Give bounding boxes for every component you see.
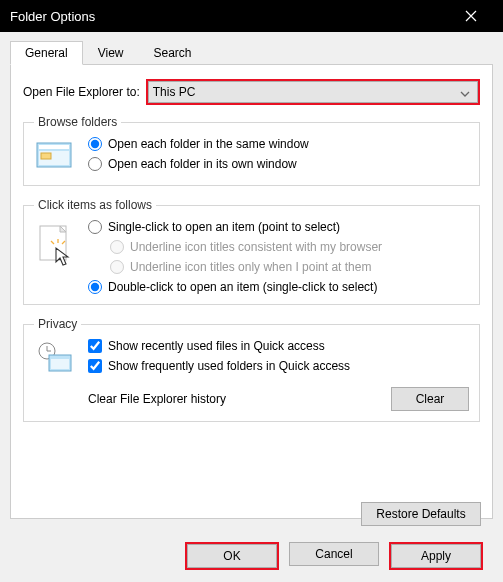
underline-point-option: Underline icon titles only when I point …	[110, 260, 469, 274]
open-to-label: Open File Explorer to:	[23, 85, 140, 99]
underline-point-label: Underline icon titles only when I point …	[130, 260, 371, 274]
double-click-radio[interactable]	[88, 280, 102, 294]
recent-files-option[interactable]: Show recently used files in Quick access	[88, 339, 469, 353]
browse-folders-group: Browse folders Open each folder in the s…	[23, 115, 480, 186]
tab-general[interactable]: General	[10, 41, 83, 65]
double-click-option[interactable]: Double-click to open an item (single-cli…	[88, 280, 469, 294]
click-items-icon	[34, 220, 78, 258]
single-click-option[interactable]: Single-click to open an item (point to s…	[88, 220, 469, 234]
underline-browser-option: Underline icon titles consistent with my…	[110, 240, 469, 254]
tab-panel-general: Open File Explorer to: This PC Browse fo…	[10, 65, 493, 519]
clear-history-label: Clear File Explorer history	[88, 392, 391, 406]
open-own-window-radio[interactable]	[88, 157, 102, 171]
browse-folders-legend: Browse folders	[34, 115, 121, 129]
single-click-radio[interactable]	[88, 220, 102, 234]
ok-highlight: OK	[185, 542, 279, 570]
open-same-window-radio[interactable]	[88, 137, 102, 151]
cancel-button[interactable]: Cancel	[289, 542, 379, 566]
privacy-icon	[34, 339, 78, 377]
window-title: Folder Options	[10, 9, 449, 24]
privacy-group: Privacy Show recently used files in Quic…	[23, 317, 480, 422]
svg-rect-1	[39, 145, 69, 149]
close-button[interactable]	[449, 0, 493, 32]
frequent-folders-checkbox[interactable]	[88, 359, 102, 373]
apply-highlight: Apply	[389, 542, 483, 570]
open-to-select[interactable]: This PC	[148, 81, 478, 103]
ok-button[interactable]: OK	[187, 544, 277, 568]
frequent-folders-label: Show frequently used folders in Quick ac…	[108, 359, 350, 373]
open-own-window-option[interactable]: Open each folder in its own window	[88, 157, 469, 171]
privacy-legend: Privacy	[34, 317, 81, 331]
frequent-folders-option[interactable]: Show frequently used folders in Quick ac…	[88, 359, 469, 373]
click-items-legend: Click items as follows	[34, 198, 156, 212]
apply-button[interactable]: Apply	[391, 544, 481, 568]
open-same-window-label: Open each folder in the same window	[108, 137, 309, 151]
recent-files-label: Show recently used files in Quick access	[108, 339, 325, 353]
close-icon	[465, 10, 477, 22]
open-same-window-option[interactable]: Open each folder in the same window	[88, 137, 469, 151]
double-click-label: Double-click to open an item (single-cli…	[108, 280, 377, 294]
underline-browser-radio	[110, 240, 124, 254]
dialog-buttons: OK Cancel Apply	[185, 542, 483, 570]
dialog-body: General View Search Open File Explorer t…	[0, 32, 503, 582]
underline-point-radio	[110, 260, 124, 274]
underline-browser-label: Underline icon titles consistent with my…	[130, 240, 382, 254]
browse-folders-icon	[34, 137, 78, 175]
open-to-highlight: This PC	[146, 79, 480, 105]
tab-view[interactable]: View	[83, 41, 139, 65]
open-own-window-label: Open each folder in its own window	[108, 157, 297, 171]
tab-strip: General View Search	[10, 40, 493, 65]
svg-rect-12	[51, 359, 69, 369]
title-bar: Folder Options	[0, 0, 503, 32]
tab-search[interactable]: Search	[139, 41, 207, 65]
single-click-label: Single-click to open an item (point to s…	[108, 220, 340, 234]
recent-files-checkbox[interactable]	[88, 339, 102, 353]
svg-rect-3	[41, 153, 51, 159]
restore-defaults-button[interactable]: Restore Defaults	[361, 502, 481, 526]
clear-button[interactable]: Clear	[391, 387, 469, 411]
click-items-group: Click items as follows Single-click to o…	[23, 198, 480, 305]
